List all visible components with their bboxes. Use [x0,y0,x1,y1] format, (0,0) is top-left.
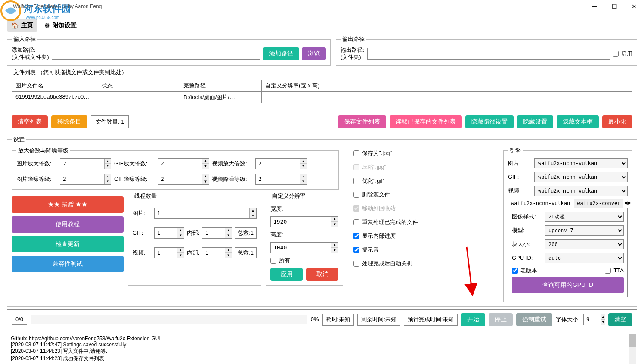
tab-home-label: 主页 [21,22,33,29]
thread-vid-spin[interactable]: ▲▼ [154,247,184,258]
tab-extra[interactable]: ⚙ 附加设置 [40,19,81,32]
img-scale-spin[interactable]: ▲▼ [60,158,111,169]
engine-group: 引擎 图片: waifu2x-ncnn-vulkan GIF: waifu2x-… [503,147,632,302]
input-path-label: 添加路径: (文件或文件夹) [12,47,49,61]
engine-style-select[interactable]: 2D动漫 [545,212,624,222]
img-noise-spin[interactable]: ▲▼ [60,174,111,185]
file-list-legend: 文件列表 （您可以拖拽文件或文件夹到此处） [12,68,129,76]
delete-src-checkbox[interactable]: 删除源文件 [353,191,497,199]
output-enable-checkbox[interactable]: 启用 [613,50,632,58]
maximize-window-button[interactable]: ☐ [604,0,624,13]
vid-scale-spin[interactable]: ▲▼ [255,158,307,169]
check-update-button[interactable]: 检查更新 [12,236,124,252]
engine-block-select[interactable]: 200 [545,239,624,249]
browse-button[interactable]: 浏览 [302,47,326,60]
engine-model-select[interactable]: upconv_7 [545,225,624,236]
tutorial-button[interactable]: 使用教程 [12,216,124,233]
font-size-spin[interactable]: ▲▼ [583,314,605,325]
progress-bar [31,315,307,324]
progress-counter: 0/0 [12,314,27,325]
main-tabs: 🏠 主页 ⚙ 附加设置 [0,19,644,32]
tab-home[interactable]: 🏠 主页 [7,19,37,32]
clear-log-button[interactable]: 清空 [608,313,632,326]
thread-img-spin[interactable]: ▲▼ [154,208,257,219]
save-filelist-button[interactable]: 保存文件列表 [338,115,386,128]
vid-noise-spin[interactable]: ▲▼ [255,174,307,185]
output-path-field[interactable] [367,48,610,60]
custom-resolution-group: 自定义分辨率 宽度: ▲▼ 高度: ▲▼ 所有 应用 取消 [266,192,343,286]
output-path-legend: 输出路径 [341,35,366,43]
compat-test-button[interactable]: 兼容性测试 [12,256,124,272]
gif-thread-total: 总数:1 [235,227,257,239]
gif-scale-spin[interactable]: ▲▼ [158,158,209,169]
hide-path-button[interactable]: 隐藏路径设置 [465,115,514,128]
gif-noise-spin[interactable]: ▲▼ [158,174,209,185]
compress-jpg-checkbox: 压缩".jpg" [353,163,497,171]
query-gpu-button[interactable]: 查询可用的GPU ID [512,277,624,293]
input-path-field[interactable] [52,48,260,60]
file-count: 文件数量: 1 [91,115,129,128]
start-button[interactable]: 开始 [461,313,485,326]
cancel-res-button[interactable]: 取消 [306,268,338,281]
col-fullpath: 完整路径 [180,80,262,91]
engine-tab-vulkan[interactable]: waifu2x-ncnn-vulkan [508,199,573,208]
load-filelist-button[interactable]: 读取已保存的文件列表 [390,115,462,128]
engine-gif-select[interactable]: waifu2x-ncnn-vulkan [534,172,628,182]
scrollbar-thumb[interactable] [629,334,636,347]
file-list-group: 文件列表 （您可以拖拽文件或文件夹到此处） 图片文件名 状态 完整路径 自定义分… [7,68,637,133]
force-retry-button[interactable]: 强制重试 [516,313,552,326]
minimize-button[interactable]: 最小化 [602,115,632,128]
hide-textbox-button[interactable]: 隐藏文本框 [557,115,599,128]
optimize-gif-checkbox[interactable]: 优化".gif" [353,177,497,185]
hide-settings-button[interactable]: 隐藏设置 [517,115,553,128]
add-path-button[interactable]: 添加路径 [263,47,299,60]
thread-gif-inner-spin[interactable]: ▲▼ [202,227,232,239]
progress-percent: 0% [311,316,319,323]
eta-time: 预计完成时间:未知 [404,314,458,326]
engine-img-select[interactable]: waifu2x-ncnn-vulkan [534,158,628,168]
home-icon: 🏠 [11,22,19,29]
show-progress-checkbox[interactable]: 显示内部进度 [353,232,497,240]
close-window-button[interactable]: ✕ [624,0,644,13]
table-row[interactable]: 61991992bea6be3897b7c0… D:/tools/桌面/图片/… [12,92,632,103]
col-resolution: 自定义分辨率(宽 x 高) [262,80,632,91]
col-status: 状态 [98,80,180,91]
all-checkbox[interactable]: 所有 [270,257,338,264]
auto-shutdown-checkbox[interactable]: 处理完成后自动关机 [353,260,497,268]
stop-button[interactable]: 停止 [489,313,513,326]
width-spin[interactable]: ▲▼ [270,216,338,227]
minimize-window-button[interactable]: ─ [585,0,604,13]
gear-icon: ⚙ [44,22,50,29]
tta-checkbox[interactable]: TTA [605,267,624,274]
old-version-checkbox[interactable]: 老版本 [512,267,537,274]
input-path-group: 输入路径 添加路径: (文件或文件夹) 添加路径 浏览 [7,35,331,66]
font-size-label: 字体大小: [556,316,580,324]
remove-item-button[interactable]: 移除条目 [51,115,87,128]
input-path-legend: 输入路径 [12,35,37,43]
thread-gif-spin[interactable]: ▲▼ [154,227,184,239]
window-title: Waifu2x-Extension-GUI by Aaron Feng [13,3,102,9]
file-table: 图片文件名 状态 完整路径 自定义分辨率(宽 x 高) 61991992bea6… [12,80,632,111]
thread-vid-inner-spin[interactable]: ▲▼ [202,247,232,258]
settings-legend: 设置 [12,136,26,143]
log-output[interactable]: Github: https://github.com/AaronFeng753/… [7,333,637,364]
log-line: Github: https://github.com/AaronFeng753/… [11,336,633,342]
log-line: [2020-03-07 11:44:23] 成功保存文件列表! [11,355,633,362]
log-line: [2020-03-07 11:42:47] Settings saved suc… [11,342,633,348]
reprocess-checkbox[interactable]: 重复处理已完成的文件 [353,218,497,226]
engine-tab-conver[interactable]: waifu2x-conver [574,199,623,208]
engine-vid-select[interactable]: waifu2x-ncnn-vulkan [534,186,628,196]
output-path-label: 输出路径: (文件夹) [341,47,365,61]
sound-checkbox[interactable]: 提示音 [353,246,497,254]
scale-legend: 放大倍数与降噪等级 [16,147,70,155]
remaining-time: 剩余时间:未知 [357,314,400,326]
recycle-checkbox: 移动到回收站 [353,205,497,212]
col-name: 图片文件名 [12,80,98,91]
height-spin[interactable]: ▲▼ [270,242,338,253]
save-jpg-checkbox[interactable]: 保存为".jpg" [353,149,497,157]
clear-list-button[interactable]: 清空列表 [12,115,48,128]
progress-bar-row: 0/0 0% 耗时:未知 剩余时间:未知 预计完成时间:未知 开始 停止 强制重… [7,309,637,330]
donate-button[interactable]: ★★ 捐赠 ★★ [12,196,124,213]
engine-gpu-select[interactable]: auto [545,253,624,263]
apply-res-button[interactable]: 应用 [270,268,303,281]
